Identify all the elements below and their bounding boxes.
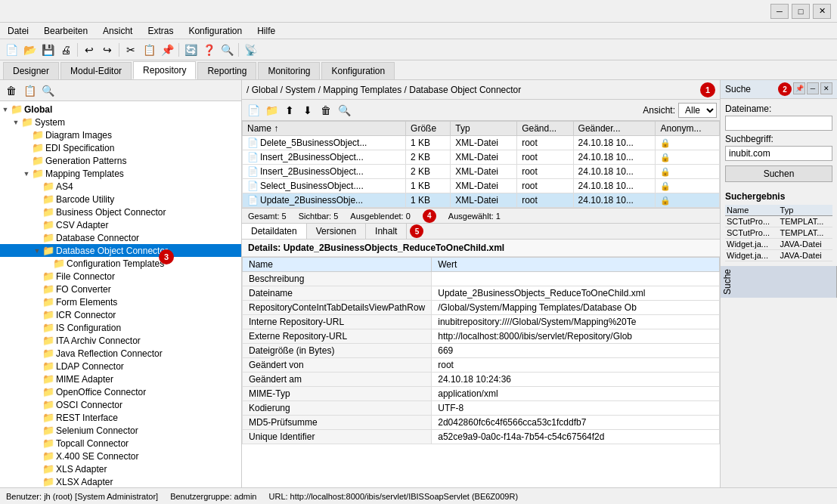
tree-node-ita-archiv-connector[interactable]: 📁ITA Archiv Connector <box>0 334 241 347</box>
tree-node-form-elements[interactable]: 📁Form Elements <box>0 295 241 308</box>
detail-tab-detaildaten[interactable]: Detaildaten <box>242 224 307 239</box>
table-row[interactable]: 📄Insert_2BusinessObject...2 KBXML-Dateir… <box>243 165 720 179</box>
minimize-button[interactable]: ─ <box>770 4 789 19</box>
menu-hilfe[interactable]: Hilfe <box>253 24 280 38</box>
new-button[interactable]: 📄 <box>3 42 20 58</box>
maximize-button[interactable]: □ <box>792 4 810 19</box>
open-button[interactable]: 📂 <box>21 42 38 58</box>
col-typ[interactable]: Typ <box>451 122 517 136</box>
tree-node-mapping-templates[interactable]: ▼📁Mapping Templates <box>0 167 241 180</box>
search-tree-button[interactable]: 🔍 <box>39 82 56 99</box>
download-button[interactable]: ⬇ <box>299 102 316 119</box>
upload-button[interactable]: ⬆ <box>281 102 298 119</box>
tab-konfiguration[interactable]: Konfiguration <box>321 62 395 79</box>
new-folder-button[interactable]: 📁 <box>263 102 280 119</box>
tab-reporting[interactable]: Reporting <box>197 62 256 79</box>
menu-extras[interactable]: Extras <box>143 24 178 38</box>
tree-node-xls-adapter[interactable]: 📁XLS Adapter <box>0 462 241 475</box>
close-button[interactable]: ✕ <box>813 4 831 19</box>
tree-node-openoffice-connector[interactable]: 📁OpenOffice Connector <box>0 385 241 398</box>
ansicht-select[interactable]: Alle <box>678 103 717 118</box>
delete-tree-button[interactable]: 🗑 <box>3 82 20 99</box>
tree-node-diagram-images[interactable]: 📁Diagram Images <box>0 128 241 141</box>
suchbegriff-input[interactable] <box>725 146 832 161</box>
col-groesse[interactable]: Größe <box>406 122 451 136</box>
ergebnis-row[interactable]: SCTutPro...TEMPLAT... <box>725 216 832 227</box>
tree-node-database-connector[interactable]: 📁Database Connector <box>0 231 241 244</box>
ergebnis-row[interactable]: Widget.ja...JAVA-Datei <box>725 239 832 250</box>
tree-node-topcall-connector[interactable]: 📁Topcall Connector <box>0 437 241 450</box>
tree-node-java-reflection-connector[interactable]: 📁Java Reflection Connector <box>0 347 241 360</box>
tab-repository[interactable]: Repository <box>133 61 196 79</box>
folder-icon: 📁 <box>42 271 54 282</box>
tree-node-edi-specification[interactable]: 📁EDI Specification <box>0 141 241 154</box>
tree-node-as4[interactable]: 📁AS4 <box>0 180 241 193</box>
cut-button[interactable]: ✂ <box>122 42 139 58</box>
table-row[interactable]: 📄Update_2BusinessObje...1 KBXML-Dateiroo… <box>243 193 720 208</box>
main-statusbar: Benutzer: jh (root) [System Administrato… <box>0 487 837 504</box>
tree-node-fo-converter[interactable]: 📁FO Converter <box>0 283 241 295</box>
menu-ansicht[interactable]: Ansicht <box>98 24 137 38</box>
tree-node-system[interactable]: ▼📁System <box>0 116 241 128</box>
detail-name-cell: Dateigröße (in Bytes) <box>243 344 432 358</box>
ergebnis-row[interactable]: Widget.ja...JAVA-Datei <box>725 250 832 261</box>
col-name[interactable]: Name ↑ <box>243 122 406 136</box>
col-anonym[interactable]: Anonym... <box>656 122 720 136</box>
search-execute-button[interactable]: Suchen <box>725 165 832 182</box>
table-row[interactable]: 📄Delete_5BusinessObject...1 KBXML-Dateir… <box>243 136 720 150</box>
tree-toggle-icon: ▼ <box>21 170 32 178</box>
breadcrumb-bar: / Global / System / Mapping Templates / … <box>242 80 720 100</box>
pin-button[interactable]: 📌 <box>793 82 805 94</box>
table-row[interactable]: 📄Insert_2BusinessObject...2 KBXML-Dateir… <box>243 150 720 165</box>
tree-node-osci-connector[interactable]: 📁OSCI Connector <box>0 398 241 411</box>
tree-node-icr-connector[interactable]: 📁ICR Connector <box>0 308 241 321</box>
new-file-button[interactable]: 📄 <box>245 102 262 119</box>
table-row[interactable]: 📄Select_BusinessObject....1 KBXML-Dateir… <box>243 179 720 193</box>
minimize-panel-button[interactable]: ─ <box>807 82 819 94</box>
delete-file-button[interactable]: 🗑 <box>318 102 334 119</box>
tree-node-is-configuration[interactable]: 📁IS Configuration <box>0 321 241 334</box>
tree-node-mime-adapter[interactable]: 📁MIME Adapter <box>0 373 241 385</box>
detail-tab-versionen[interactable]: Versionen <box>307 224 366 239</box>
menu-bearbeiten[interactable]: Bearbeiten <box>39 24 92 38</box>
tree-node-file-connector[interactable]: 📁File Connector <box>0 270 241 283</box>
tree-node-ldap-connector[interactable]: 📁LDAP Connector <box>0 360 241 373</box>
dateiname-input[interactable] <box>725 116 832 131</box>
tree-node-database-object-connector[interactable]: ▼📁Database Object Connector <box>0 244 241 257</box>
tab-monitoring[interactable]: Monitoring <box>258 62 320 79</box>
tree-label: REST Interface <box>56 413 118 423</box>
undo-button[interactable]: ↩ <box>81 42 98 58</box>
tree-node-configuration-templates[interactable]: 📁Configuration Templates <box>0 257 241 270</box>
paste-button[interactable]: 📌 <box>159 42 175 58</box>
col-geaend[interactable]: Geänd... <box>517 122 573 136</box>
ergebnis-row[interactable]: SCTutPro...TEMPLAT... <box>725 227 832 239</box>
menu-datei[interactable]: Datei <box>3 24 33 38</box>
menu-konfiguration[interactable]: Konfiguration <box>184 24 246 38</box>
tree-node-x.400-se-connector[interactable]: 📁X.400 SE Connector <box>0 450 241 462</box>
save-button[interactable]: 💾 <box>39 42 56 58</box>
tab-designer[interactable]: Designer <box>3 62 59 79</box>
redo-button[interactable]: ↪ <box>99 42 116 58</box>
folder-icon: 📁 <box>42 476 54 487</box>
close-panel-button[interactable]: ✕ <box>820 82 832 94</box>
tree-node-global[interactable]: ▼📁Global <box>0 103 241 116</box>
ergebnis-name-cell: Widget.ja... <box>725 250 779 261</box>
wifi-button[interactable]: 📡 <box>242 42 259 58</box>
tree-node-selenium-connector[interactable]: 📁Selenium Connector <box>0 424 241 437</box>
tree-node-csv-adapter[interactable]: 📁CSV Adapter <box>0 218 241 231</box>
tab-modul-editor[interactable]: Modul-Editor <box>60 62 132 79</box>
detail-tab-inhalt[interactable]: Inhalt <box>366 224 407 239</box>
col-geaender[interactable]: Geänder... <box>573 122 656 136</box>
tree-node-generation-patterns[interactable]: 📁Generation Patterns <box>0 154 241 167</box>
tree-node-rest-interface[interactable]: 📁REST Interface <box>0 411 241 424</box>
print-button[interactable]: 🖨 <box>57 42 74 58</box>
copy-tree-button[interactable]: 📋 <box>21 82 38 99</box>
tree-node-business-object-connector[interactable]: 📁Business Object Connector <box>0 206 241 218</box>
tree-node-barcode-utility[interactable]: 📁Barcode Utility <box>0 193 241 206</box>
search-button[interactable]: 🔍 <box>219 42 235 58</box>
help-button[interactable]: ❓ <box>200 42 217 58</box>
copy-button[interactable]: 📋 <box>141 42 157 58</box>
tree-node-xlsx-adapter[interactable]: 📁XLSX Adapter <box>0 475 241 488</box>
search-file-button[interactable]: 🔍 <box>336 102 352 119</box>
refresh-button[interactable]: 🔄 <box>182 42 199 58</box>
